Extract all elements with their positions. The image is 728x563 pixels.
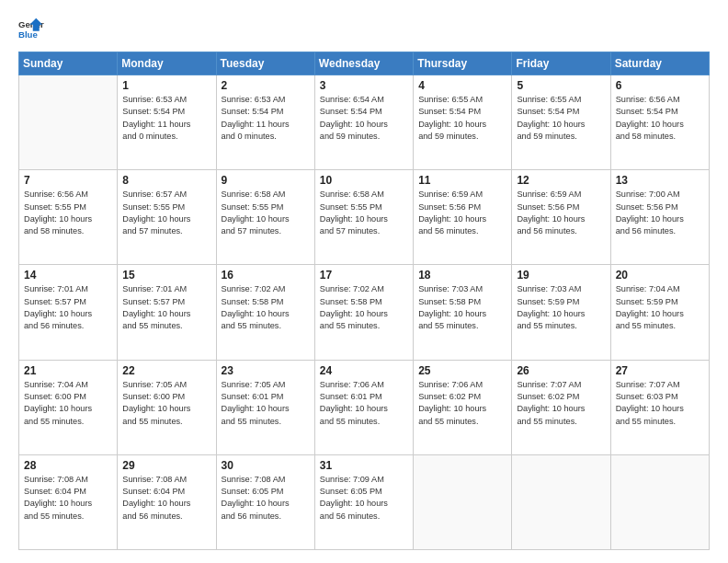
day-number: 7: [24, 174, 112, 187]
calendar-cell: 30Sunrise: 7:08 AMSunset: 6:05 PMDayligh…: [216, 454, 314, 549]
calendar-day-header: Monday: [118, 52, 216, 75]
calendar-week-row: 28Sunrise: 7:08 AMSunset: 6:04 PMDayligh…: [19, 454, 710, 549]
calendar-cell: 7Sunrise: 6:56 AMSunset: 5:55 PMDaylight…: [19, 170, 118, 265]
day-info: Sunrise: 7:06 AMSunset: 6:02 PMDaylight:…: [418, 379, 506, 428]
calendar-cell: 16Sunrise: 7:02 AMSunset: 5:58 PMDayligh…: [216, 265, 314, 360]
calendar-cell: 20Sunrise: 7:04 AMSunset: 5:59 PMDayligh…: [610, 265, 709, 360]
calendar-cell: 11Sunrise: 6:59 AMSunset: 5:56 PMDayligh…: [414, 170, 512, 265]
day-number: 30: [222, 459, 310, 472]
day-number: 18: [418, 269, 506, 282]
calendar-cell: 25Sunrise: 7:06 AMSunset: 6:02 PMDayligh…: [414, 360, 512, 454]
calendar-week-row: 7Sunrise: 6:56 AMSunset: 5:55 PMDaylight…: [19, 170, 710, 265]
day-info: Sunrise: 7:07 AMSunset: 6:02 PMDaylight:…: [517, 379, 605, 428]
day-number: 13: [616, 174, 704, 187]
day-number: 19: [517, 269, 605, 282]
day-info: Sunrise: 7:02 AMSunset: 5:58 PMDaylight:…: [320, 283, 408, 332]
day-info: Sunrise: 7:05 AMSunset: 6:01 PMDaylight:…: [222, 379, 310, 428]
calendar-cell: 26Sunrise: 7:07 AMSunset: 6:02 PMDayligh…: [512, 360, 610, 454]
calendar-cell: 2Sunrise: 6:53 AMSunset: 5:54 PMDaylight…: [216, 75, 314, 170]
calendar-cell: 6Sunrise: 6:56 AMSunset: 5:54 PMDaylight…: [610, 75, 709, 170]
calendar-cell: 10Sunrise: 6:58 AMSunset: 5:55 PMDayligh…: [314, 170, 413, 265]
day-number: 3: [320, 79, 408, 92]
day-info: Sunrise: 6:54 AMSunset: 5:54 PMDaylight:…: [320, 94, 408, 143]
day-info: Sunrise: 7:02 AMSunset: 5:58 PMDaylight:…: [222, 283, 310, 332]
calendar-day-header: Friday: [512, 52, 610, 75]
day-number: 8: [122, 174, 210, 187]
day-info: Sunrise: 7:01 AMSunset: 5:57 PMDaylight:…: [122, 283, 210, 332]
calendar-cell: 29Sunrise: 7:08 AMSunset: 6:04 PMDayligh…: [118, 454, 216, 549]
calendar-cell: 18Sunrise: 7:03 AMSunset: 5:58 PMDayligh…: [414, 265, 512, 360]
day-info: Sunrise: 6:55 AMSunset: 5:54 PMDaylight:…: [418, 94, 506, 143]
day-info: Sunrise: 7:04 AMSunset: 6:00 PMDaylight:…: [24, 379, 112, 428]
calendar-day-header: Sunday: [19, 52, 118, 75]
day-info: Sunrise: 7:03 AMSunset: 5:59 PMDaylight:…: [517, 283, 605, 332]
day-info: Sunrise: 6:57 AMSunset: 5:55 PMDaylight:…: [122, 189, 210, 237]
day-info: Sunrise: 7:05 AMSunset: 6:00 PMDaylight:…: [122, 379, 210, 428]
calendar-cell: 24Sunrise: 7:06 AMSunset: 6:01 PMDayligh…: [314, 360, 413, 454]
calendar-cell: [610, 454, 709, 549]
logo: General Blue: [18, 17, 46, 42]
calendar-day-header: Thursday: [414, 52, 512, 75]
day-number: 29: [122, 459, 210, 472]
day-number: 6: [616, 79, 704, 92]
calendar-cell: [414, 454, 512, 549]
calendar-cell: 28Sunrise: 7:08 AMSunset: 6:04 PMDayligh…: [19, 454, 118, 549]
calendar-cell: 27Sunrise: 7:07 AMSunset: 6:03 PMDayligh…: [610, 360, 709, 454]
day-number: 1: [122, 79, 210, 92]
calendar-cell: 15Sunrise: 7:01 AMSunset: 5:57 PMDayligh…: [118, 265, 216, 360]
day-info: Sunrise: 7:07 AMSunset: 6:03 PMDaylight:…: [616, 379, 704, 428]
day-number: 28: [24, 459, 112, 472]
logo-icon: General Blue: [18, 17, 44, 42]
day-info: Sunrise: 6:56 AMSunset: 5:55 PMDaylight:…: [24, 189, 112, 237]
day-number: 5: [517, 79, 605, 92]
day-info: Sunrise: 6:53 AMSunset: 5:54 PMDaylight:…: [222, 94, 310, 143]
day-info: Sunrise: 7:08 AMSunset: 6:04 PMDaylight:…: [24, 474, 112, 523]
day-number: 12: [517, 174, 605, 187]
calendar-table: SundayMondayTuesdayWednesdayThursdayFrid…: [18, 52, 710, 550]
calendar-cell: 23Sunrise: 7:05 AMSunset: 6:01 PMDayligh…: [216, 360, 314, 454]
day-info: Sunrise: 7:03 AMSunset: 5:58 PMDaylight:…: [418, 283, 506, 332]
calendar-week-row: 1Sunrise: 6:53 AMSunset: 5:54 PMDaylight…: [19, 75, 710, 170]
calendar-cell: 22Sunrise: 7:05 AMSunset: 6:00 PMDayligh…: [118, 360, 216, 454]
calendar-header-row: SundayMondayTuesdayWednesdayThursdayFrid…: [19, 52, 710, 75]
day-number: 25: [418, 364, 506, 377]
calendar-cell: [19, 75, 118, 170]
day-number: 11: [418, 174, 506, 187]
day-info: Sunrise: 7:08 AMSunset: 6:04 PMDaylight:…: [122, 474, 210, 523]
day-info: Sunrise: 6:58 AMSunset: 5:55 PMDaylight:…: [320, 189, 408, 237]
day-number: 10: [320, 174, 408, 187]
day-info: Sunrise: 6:59 AMSunset: 5:56 PMDaylight:…: [517, 189, 605, 237]
calendar-cell: 31Sunrise: 7:09 AMSunset: 6:05 PMDayligh…: [314, 454, 413, 549]
day-info: Sunrise: 6:59 AMSunset: 5:56 PMDaylight:…: [418, 189, 506, 237]
day-number: 27: [616, 364, 704, 377]
calendar-day-header: Wednesday: [314, 52, 413, 75]
day-number: 21: [24, 364, 112, 377]
calendar-cell: 19Sunrise: 7:03 AMSunset: 5:59 PMDayligh…: [512, 265, 610, 360]
calendar-cell: 8Sunrise: 6:57 AMSunset: 5:55 PMDaylight…: [118, 170, 216, 265]
day-info: Sunrise: 7:06 AMSunset: 6:01 PMDaylight:…: [320, 379, 408, 428]
calendar-week-row: 21Sunrise: 7:04 AMSunset: 6:00 PMDayligh…: [19, 360, 710, 454]
calendar-cell: 3Sunrise: 6:54 AMSunset: 5:54 PMDaylight…: [314, 75, 413, 170]
day-number: 4: [418, 79, 506, 92]
calendar-day-header: Saturday: [610, 52, 709, 75]
calendar-week-row: 14Sunrise: 7:01 AMSunset: 5:57 PMDayligh…: [19, 265, 710, 360]
calendar-cell: 1Sunrise: 6:53 AMSunset: 5:54 PMDaylight…: [118, 75, 216, 170]
day-number: 9: [222, 174, 310, 187]
day-number: 20: [616, 269, 704, 282]
calendar-cell: 21Sunrise: 7:04 AMSunset: 6:00 PMDayligh…: [19, 360, 118, 454]
day-number: 17: [320, 269, 408, 282]
calendar-day-header: Tuesday: [216, 52, 314, 75]
calendar-cell: 17Sunrise: 7:02 AMSunset: 5:58 PMDayligh…: [314, 265, 413, 360]
day-number: 23: [222, 364, 310, 377]
page-header: General Blue: [18, 17, 710, 42]
day-info: Sunrise: 6:56 AMSunset: 5:54 PMDaylight:…: [616, 94, 704, 143]
day-info: Sunrise: 6:58 AMSunset: 5:55 PMDaylight:…: [222, 189, 310, 237]
day-info: Sunrise: 6:55 AMSunset: 5:54 PMDaylight:…: [517, 94, 605, 143]
calendar-cell: 13Sunrise: 7:00 AMSunset: 5:56 PMDayligh…: [610, 170, 709, 265]
calendar-cell: [512, 454, 610, 549]
day-number: 15: [122, 269, 210, 282]
calendar-cell: 14Sunrise: 7:01 AMSunset: 5:57 PMDayligh…: [19, 265, 118, 360]
day-number: 14: [24, 269, 112, 282]
day-number: 22: [122, 364, 210, 377]
day-number: 16: [222, 269, 310, 282]
